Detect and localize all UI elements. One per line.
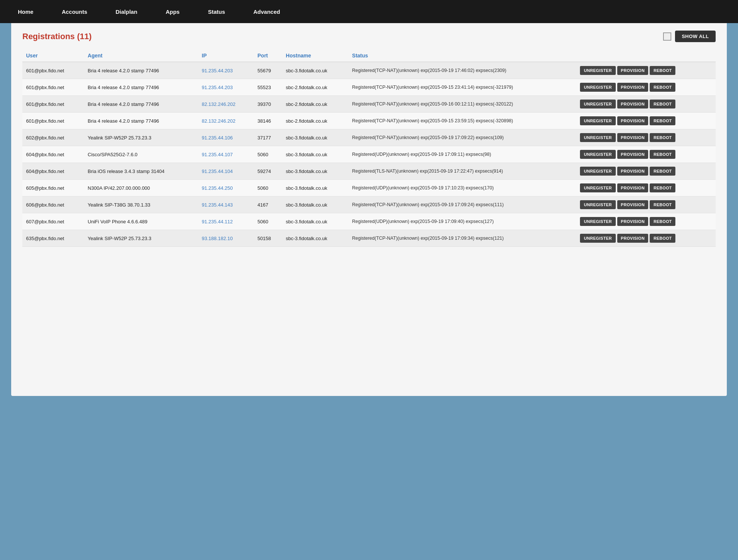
ip-link[interactable]: 91.235.44.104 xyxy=(202,169,233,174)
cell-agent: Bria 4 release 4.2.0 stamp 77496 xyxy=(84,96,198,113)
provision-button[interactable]: PROVISION xyxy=(617,133,649,142)
table-row: 601@pbx.fido.netBria 4 release 4.2.0 sta… xyxy=(22,79,716,96)
reboot-button[interactable]: REBOOT xyxy=(650,150,675,159)
ip-link[interactable]: 93.188.182.10 xyxy=(202,236,233,241)
reboot-button[interactable]: REBOOT xyxy=(650,200,675,209)
unregister-button[interactable]: UNREGISTER xyxy=(580,167,615,176)
ip-link[interactable]: 91.235.44.203 xyxy=(202,68,233,73)
reboot-button[interactable]: REBOOT xyxy=(650,100,675,108)
cell-hostname: sbc-3.fidotalk.co.uk xyxy=(282,213,348,230)
ip-link[interactable]: 91.235.44.250 xyxy=(202,185,233,191)
unregister-button[interactable]: UNREGISTER xyxy=(580,83,615,92)
cell-agent: Yealink SIP-W52P 25.73.23.3 xyxy=(84,129,198,146)
cell-user: 601@pbx.fido.net xyxy=(22,79,84,96)
nav-status[interactable]: Status xyxy=(194,0,239,23)
ip-link[interactable]: 91.235.44.107 xyxy=(202,152,233,157)
provision-button[interactable]: PROVISION xyxy=(617,66,649,75)
reboot-button[interactable]: REBOOT xyxy=(650,66,675,75)
main-content: Registrations (11) SHOW ALL User Agent I… xyxy=(11,23,727,396)
cell-agent: Bria 4 release 4.2.0 stamp 77496 xyxy=(84,79,198,96)
cell-ip[interactable]: 91.235.44.112 xyxy=(198,213,253,230)
cell-ip[interactable]: 91.235.44.203 xyxy=(198,62,253,79)
nav-home[interactable]: Home xyxy=(4,0,48,23)
title-row: Registrations (11) SHOW ALL xyxy=(22,31,716,42)
table-row: 606@pbx.fido.netYealink SIP-T38G 38.70.1… xyxy=(22,196,716,213)
unregister-button[interactable]: UNREGISTER xyxy=(580,116,615,125)
cell-ip[interactable]: 91.235.44.250 xyxy=(198,180,253,196)
ip-link[interactable]: 91.235.44.106 xyxy=(202,135,233,141)
cell-ip[interactable]: 91.235.44.107 xyxy=(198,146,253,163)
reboot-button[interactable]: REBOOT xyxy=(650,234,675,243)
cell-actions: UNREGISTERPROVISIONREBOOT xyxy=(576,146,716,163)
provision-button[interactable]: PROVISION xyxy=(617,234,649,243)
nav-dialplan[interactable]: Dialplan xyxy=(101,0,151,23)
col-header-status: Status xyxy=(348,50,577,62)
unregister-button[interactable]: UNREGISTER xyxy=(580,183,615,192)
cell-ip[interactable]: 82.132.246.202 xyxy=(198,113,253,129)
provision-button[interactable]: PROVISION xyxy=(617,200,649,209)
cell-status: Registered(UDP)(unknown) exp(2015-09-19 … xyxy=(348,213,577,230)
ip-link[interactable]: 91.235.44.143 xyxy=(202,202,233,208)
cell-ip[interactable]: 93.188.182.10 xyxy=(198,230,253,247)
table-row: 607@pbx.fido.netUniFi VoIP Phone 4.6.6.4… xyxy=(22,213,716,230)
provision-button[interactable]: PROVISION xyxy=(617,167,649,176)
cell-user: 602@pbx.fido.net xyxy=(22,129,84,146)
cell-hostname: sbc-3.fidotalk.co.uk xyxy=(282,196,348,213)
cell-ip[interactable]: 91.235.44.203 xyxy=(198,79,253,96)
col-header-agent: Agent xyxy=(84,50,198,62)
nav-accounts[interactable]: Accounts xyxy=(48,0,101,23)
unregister-button[interactable]: UNREGISTER xyxy=(580,200,615,209)
cell-port: 37177 xyxy=(254,129,282,146)
cell-port: 59274 xyxy=(254,163,282,180)
cell-user: 604@pbx.fido.net xyxy=(22,163,84,180)
registrations-table: User Agent IP Port Hostname Status 601@p… xyxy=(22,50,716,247)
reboot-button[interactable]: REBOOT xyxy=(650,217,675,226)
cell-status: Registered(TCP-NAT)(unknown) exp(2015-09… xyxy=(348,79,577,96)
ip-link[interactable]: 82.132.246.202 xyxy=(202,118,235,124)
provision-button[interactable]: PROVISION xyxy=(617,150,649,159)
nav-apps[interactable]: Apps xyxy=(151,0,194,23)
cell-agent: Yealink SIP-T38G 38.70.1.33 xyxy=(84,196,198,213)
provision-button[interactable]: PROVISION xyxy=(617,116,649,125)
cell-hostname: sbc-2.fidotalk.co.uk xyxy=(282,96,348,113)
table-row: 605@pbx.fido.netN300A IP/42.207.00.000.0… xyxy=(22,180,716,196)
cell-ip[interactable]: 91.235.44.104 xyxy=(198,163,253,180)
ip-link[interactable]: 91.235.44.112 xyxy=(202,219,233,224)
show-all-button[interactable]: SHOW ALL xyxy=(675,31,716,42)
reboot-button[interactable]: REBOOT xyxy=(650,183,675,192)
table-row: 635@pbx.fido.netYealink SIP-W52P 25.73.2… xyxy=(22,230,716,247)
unregister-button[interactable]: UNREGISTER xyxy=(580,234,615,243)
ip-link[interactable]: 82.132.246.202 xyxy=(202,101,235,107)
cell-user: 601@pbx.fido.net xyxy=(22,96,84,113)
unregister-button[interactable]: UNREGISTER xyxy=(580,66,615,75)
cell-ip[interactable]: 91.235.44.106 xyxy=(198,129,253,146)
cell-status: Registered(TCP-NAT)(unknown) exp(2015-09… xyxy=(348,230,577,247)
reboot-button[interactable]: REBOOT xyxy=(650,133,675,142)
table-row: 604@pbx.fido.netCisco/SPA525G2-7.6.091.2… xyxy=(22,146,716,163)
nav-advanced[interactable]: Advanced xyxy=(239,0,294,23)
provision-button[interactable]: PROVISION xyxy=(617,183,649,192)
cell-actions: UNREGISTERPROVISIONREBOOT xyxy=(576,196,716,213)
cell-hostname: sbc-3.fidotalk.co.uk xyxy=(282,163,348,180)
reboot-button[interactable]: REBOOT xyxy=(650,167,675,176)
cell-port: 5060 xyxy=(254,146,282,163)
col-header-hostname: Hostname xyxy=(282,50,348,62)
cell-user: 601@pbx.fido.net xyxy=(22,62,84,79)
provision-button[interactable]: PROVISION xyxy=(617,83,649,92)
cell-agent: Yealink SIP-W52P 25.73.23.3 xyxy=(84,230,198,247)
col-header-port: Port xyxy=(254,50,282,62)
cell-ip[interactable]: 82.132.246.202 xyxy=(198,96,253,113)
show-all-checkbox[interactable] xyxy=(663,32,671,41)
unregister-button[interactable]: UNREGISTER xyxy=(580,133,615,142)
provision-button[interactable]: PROVISION xyxy=(617,217,649,226)
provision-button[interactable]: PROVISION xyxy=(617,100,649,108)
cell-agent: Bria 4 release 4.2.0 stamp 77496 xyxy=(84,62,198,79)
cell-agent: Cisco/SPA525G2-7.6.0 xyxy=(84,146,198,163)
unregister-button[interactable]: UNREGISTER xyxy=(580,100,615,108)
unregister-button[interactable]: UNREGISTER xyxy=(580,150,615,159)
unregister-button[interactable]: UNREGISTER xyxy=(580,217,615,226)
reboot-button[interactable]: REBOOT xyxy=(650,83,675,92)
cell-ip[interactable]: 91.235.44.143 xyxy=(198,196,253,213)
reboot-button[interactable]: REBOOT xyxy=(650,116,675,125)
ip-link[interactable]: 91.235.44.203 xyxy=(202,85,233,90)
